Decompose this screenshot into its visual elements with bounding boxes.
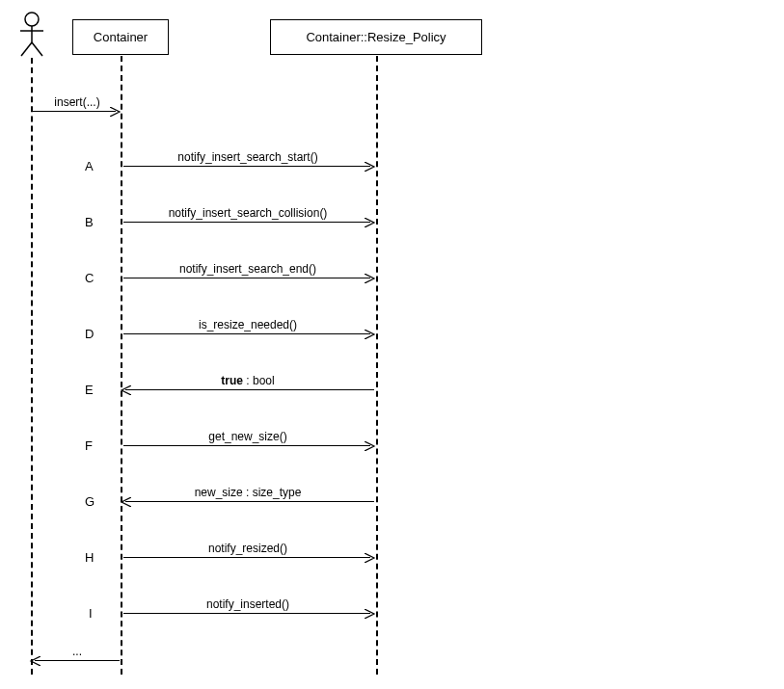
svg-line-4 [32,42,42,56]
message-label-rest: : bool [243,374,275,387]
arrow-line [123,557,370,558]
svg-line-3 [21,42,32,56]
arrow-line [125,501,374,502]
participant-label: Container::Resize_Policy [306,30,446,44]
message-step: E [85,383,94,397]
svg-point-0 [25,13,39,26]
message-label: get_new_size() [123,430,372,443]
message-step: H [85,550,94,565]
message-label: is_resize_needed() [123,318,372,331]
lifeline-actor [31,58,33,675]
message-label: notify_insert_search_end() [123,262,372,276]
message-label-bold: true [221,374,243,387]
participant-label: Container [94,30,148,44]
arrow-head-icon [29,655,41,669]
arrow-head-icon [120,496,131,510]
message-label: notify_inserted() [123,597,372,611]
arrow-head-icon [365,217,376,230]
message-label: ... [39,645,116,658]
message-step: C [85,271,94,285]
arrow-line [123,166,370,167]
actor-icon [18,12,45,58]
arrow-head-icon [365,273,376,286]
message-step: B [85,215,94,229]
actor [17,12,46,61]
message-step: D [85,327,94,341]
arrow-head-icon [120,384,131,398]
lifeline-resize-policy [376,56,378,675]
message-label: notify_insert_search_collision() [123,206,372,220]
participant-container: Container [72,19,169,55]
message-label: notify_resized() [123,542,372,555]
arrow-head-icon [365,329,376,342]
arrow-line [123,445,370,446]
message-label: true : bool [123,374,372,387]
message-step: A [85,159,94,173]
arrow-line [123,222,370,223]
arrow-head-icon [365,608,376,622]
message-label: notify_insert_search_start() [123,150,372,164]
arrow-head-icon [365,440,376,454]
arrow-line [123,613,370,614]
arrow-head-icon [365,552,376,566]
lifeline-container [121,56,122,675]
participant-resize-policy: Container::Resize_Policy [270,19,482,55]
message-step: I [89,606,93,621]
message-step: G [85,494,95,509]
arrow-line [33,111,116,112]
arrow-head-icon [365,161,376,174]
arrow-line [125,389,374,390]
message-label: new_size : size_type [123,486,372,499]
message-step: F [85,438,93,453]
arrow-line [123,333,370,334]
arrow-line [35,660,120,661]
sequence-diagram: Container Container::Resize_Policy inser… [0,0,784,689]
arrow-head-icon [110,106,122,119]
message-label: insert(...) [39,95,116,109]
arrow-line [123,278,370,278]
